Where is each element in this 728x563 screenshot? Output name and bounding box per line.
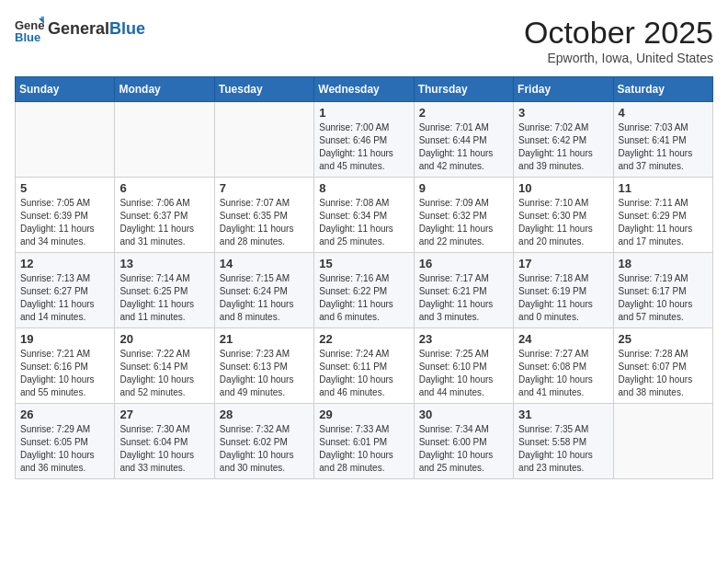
- logo: General Blue GeneralBlue: [15, 15, 145, 44]
- day-number: 15: [319, 257, 408, 270]
- day-header-saturday: Saturday: [613, 77, 712, 102]
- day-number: 20: [119, 332, 209, 346]
- day-info: Sunrise: 7:27 AM Sunset: 6:08 PM Dayligh…: [518, 348, 608, 399]
- day-number: 29: [319, 408, 408, 421]
- day-number: 27: [119, 408, 209, 421]
- day-number: 25: [619, 332, 708, 346]
- day-header-sunday: Sunday: [16, 77, 115, 102]
- calendar-cell: 19Sunrise: 7:21 AM Sunset: 6:16 PM Dayli…: [16, 328, 115, 404]
- calendar-header-row: SundayMondayTuesdayWednesdayThursdayFrid…: [16, 77, 713, 102]
- day-info: Sunrise: 7:28 AM Sunset: 6:07 PM Dayligh…: [619, 348, 708, 399]
- calendar-cell: 26Sunrise: 7:29 AM Sunset: 6:05 PM Dayli…: [16, 404, 115, 479]
- day-info: Sunrise: 7:18 AM Sunset: 6:19 PM Dayligh…: [518, 272, 608, 324]
- day-info: Sunrise: 7:16 AM Sunset: 6:22 PM Dayligh…: [319, 272, 408, 324]
- calendar-cell: [613, 404, 712, 479]
- logo-icon: General Blue: [15, 15, 44, 44]
- calendar-cell: 6Sunrise: 7:06 AM Sunset: 6:37 PM Daylig…: [115, 178, 214, 253]
- day-header-monday: Monday: [115, 77, 214, 102]
- week-row-3: 12Sunrise: 7:13 AM Sunset: 6:27 PM Dayli…: [16, 253, 713, 328]
- calendar-cell: [115, 102, 214, 178]
- calendar-cell: 27Sunrise: 7:30 AM Sunset: 6:04 PM Dayli…: [115, 404, 214, 479]
- calendar-cell: 12Sunrise: 7:13 AM Sunset: 6:27 PM Dayli…: [16, 253, 115, 328]
- week-row-2: 5Sunrise: 7:05 AM Sunset: 6:39 PM Daylig…: [16, 178, 713, 253]
- day-info: Sunrise: 7:10 AM Sunset: 6:30 PM Dayligh…: [518, 197, 608, 248]
- day-info: Sunrise: 7:01 AM Sunset: 6:44 PM Dayligh…: [419, 121, 508, 173]
- day-header-wednesday: Wednesday: [314, 77, 414, 102]
- week-row-4: 19Sunrise: 7:21 AM Sunset: 6:16 PM Dayli…: [16, 328, 713, 404]
- week-row-5: 26Sunrise: 7:29 AM Sunset: 6:05 PM Dayli…: [16, 404, 713, 479]
- day-info: Sunrise: 7:11 AM Sunset: 6:29 PM Dayligh…: [619, 197, 708, 248]
- day-info: Sunrise: 7:14 AM Sunset: 6:25 PM Dayligh…: [119, 272, 209, 324]
- day-info: Sunrise: 7:35 AM Sunset: 5:58 PM Dayligh…: [518, 423, 608, 475]
- day-number: 12: [20, 257, 109, 270]
- calendar-cell: 22Sunrise: 7:24 AM Sunset: 6:11 PM Dayli…: [314, 328, 414, 404]
- calendar-cell: 14Sunrise: 7:15 AM Sunset: 6:24 PM Dayli…: [214, 253, 313, 328]
- day-info: Sunrise: 7:21 AM Sunset: 6:16 PM Dayligh…: [20, 348, 109, 399]
- day-number: 2: [419, 106, 508, 120]
- calendar-cell: 10Sunrise: 7:10 AM Sunset: 6:30 PM Dayli…: [514, 178, 613, 253]
- calendar-cell: 28Sunrise: 7:32 AM Sunset: 6:02 PM Dayli…: [214, 404, 313, 479]
- calendar-cell: 3Sunrise: 7:02 AM Sunset: 6:42 PM Daylig…: [514, 102, 613, 178]
- day-number: 6: [119, 181, 209, 195]
- page-header: General Blue GeneralBlue October 2025 Ep…: [15, 15, 713, 65]
- day-number: 9: [419, 181, 508, 195]
- day-number: 24: [518, 332, 608, 346]
- day-number: 19: [20, 332, 109, 346]
- calendar-cell: 29Sunrise: 7:33 AM Sunset: 6:01 PM Dayli…: [314, 404, 414, 479]
- calendar-cell: 7Sunrise: 7:07 AM Sunset: 6:35 PM Daylig…: [214, 178, 313, 253]
- calendar-cell: 18Sunrise: 7:19 AM Sunset: 6:17 PM Dayli…: [613, 253, 712, 328]
- day-info: Sunrise: 7:30 AM Sunset: 6:04 PM Dayligh…: [119, 423, 209, 475]
- calendar-cell: 21Sunrise: 7:23 AM Sunset: 6:13 PM Dayli…: [214, 328, 313, 404]
- calendar-cell: 23Sunrise: 7:25 AM Sunset: 6:10 PM Dayli…: [414, 328, 513, 404]
- location-subtitle: Epworth, Iowa, United States: [524, 51, 713, 65]
- day-number: 31: [518, 408, 608, 421]
- day-number: 11: [619, 181, 708, 195]
- day-number: 7: [220, 181, 309, 195]
- day-number: 5: [20, 181, 109, 195]
- calendar-cell: [16, 102, 115, 178]
- day-number: 30: [419, 408, 508, 421]
- day-info: Sunrise: 7:00 AM Sunset: 6:46 PM Dayligh…: [319, 121, 408, 173]
- day-header-friday: Friday: [514, 77, 613, 102]
- day-header-tuesday: Tuesday: [214, 77, 313, 102]
- day-header-thursday: Thursday: [414, 77, 513, 102]
- day-info: Sunrise: 7:19 AM Sunset: 6:17 PM Dayligh…: [619, 272, 708, 324]
- day-number: 4: [619, 106, 708, 120]
- calendar-cell: 31Sunrise: 7:35 AM Sunset: 5:58 PM Dayli…: [514, 404, 613, 479]
- day-info: Sunrise: 7:09 AM Sunset: 6:32 PM Dayligh…: [419, 197, 508, 248]
- calendar-cell: 8Sunrise: 7:08 AM Sunset: 6:34 PM Daylig…: [314, 178, 414, 253]
- day-number: 18: [619, 257, 708, 270]
- day-number: 22: [319, 332, 408, 346]
- day-number: 21: [220, 332, 309, 346]
- week-row-1: 1Sunrise: 7:00 AM Sunset: 6:46 PM Daylig…: [16, 102, 713, 178]
- day-number: 16: [419, 257, 508, 270]
- calendar-cell: 25Sunrise: 7:28 AM Sunset: 6:07 PM Dayli…: [613, 328, 712, 404]
- day-info: Sunrise: 7:22 AM Sunset: 6:14 PM Dayligh…: [119, 348, 209, 399]
- day-number: 14: [220, 257, 309, 270]
- day-number: 8: [319, 181, 408, 195]
- calendar-cell: 20Sunrise: 7:22 AM Sunset: 6:14 PM Dayli…: [115, 328, 214, 404]
- day-number: 10: [518, 181, 608, 195]
- day-number: 1: [319, 106, 408, 120]
- title-block: October 2025 Epworth, Iowa, United State…: [524, 15, 713, 65]
- day-number: 13: [119, 257, 209, 270]
- day-info: Sunrise: 7:17 AM Sunset: 6:21 PM Dayligh…: [419, 272, 508, 324]
- svg-text:Blue: Blue: [15, 30, 40, 44]
- day-number: 28: [220, 408, 309, 421]
- day-number: 23: [419, 332, 508, 346]
- calendar-cell: 24Sunrise: 7:27 AM Sunset: 6:08 PM Dayli…: [514, 328, 613, 404]
- calendar-cell: 11Sunrise: 7:11 AM Sunset: 6:29 PM Dayli…: [613, 178, 712, 253]
- day-info: Sunrise: 7:33 AM Sunset: 6:01 PM Dayligh…: [319, 423, 408, 475]
- calendar-cell: 2Sunrise: 7:01 AM Sunset: 6:44 PM Daylig…: [414, 102, 513, 178]
- day-info: Sunrise: 7:03 AM Sunset: 6:41 PM Dayligh…: [619, 121, 708, 173]
- calendar-table: SundayMondayTuesdayWednesdayThursdayFrid…: [15, 76, 713, 479]
- day-number: 17: [518, 257, 608, 270]
- day-info: Sunrise: 7:05 AM Sunset: 6:39 PM Dayligh…: [20, 197, 109, 248]
- day-info: Sunrise: 7:08 AM Sunset: 6:34 PM Dayligh…: [319, 197, 408, 248]
- calendar-cell: 16Sunrise: 7:17 AM Sunset: 6:21 PM Dayli…: [414, 253, 513, 328]
- calendar-cell: [214, 102, 313, 178]
- calendar-cell: 15Sunrise: 7:16 AM Sunset: 6:22 PM Dayli…: [314, 253, 414, 328]
- calendar-cell: 9Sunrise: 7:09 AM Sunset: 6:32 PM Daylig…: [414, 178, 513, 253]
- day-number: 3: [518, 106, 608, 120]
- calendar-cell: 30Sunrise: 7:34 AM Sunset: 6:00 PM Dayli…: [414, 404, 513, 479]
